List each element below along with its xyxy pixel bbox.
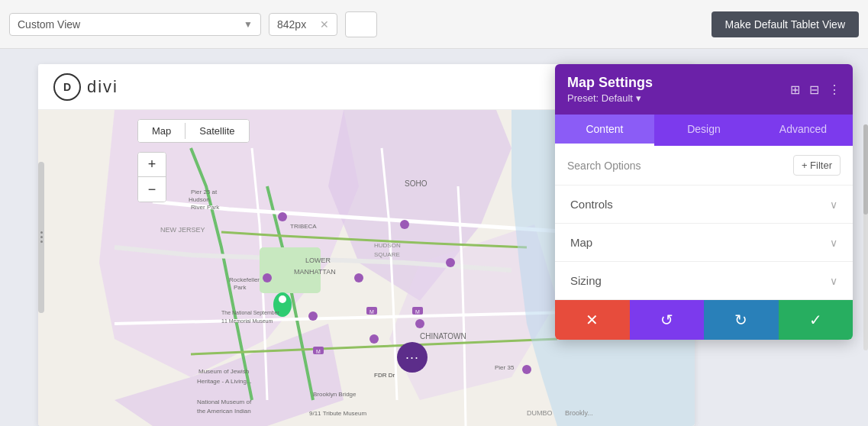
accordion-sizing-label: Sizing <box>570 274 602 287</box>
svg-text:9/11 Tribute Museum: 9/11 Tribute Museum <box>309 410 366 417</box>
accordion-sizing-header[interactable]: Sizing ∨ <box>555 262 853 299</box>
settings-panel: Map Settings Preset: Default ▾ ⊞ ⊟ ⋮ Con… <box>555 64 853 340</box>
accordion-map-arrow-icon: ∨ <box>830 237 837 249</box>
zoom-in-btn[interactable]: + <box>138 153 166 177</box>
filter-btn[interactable]: + Filter <box>793 155 841 176</box>
resize-handle[interactable] <box>38 162 44 313</box>
expand-icon[interactable]: ⊞ <box>790 82 800 97</box>
tab-content[interactable]: Content <box>555 115 654 146</box>
accordion-controls-header[interactable]: Controls ∨ <box>555 186 853 223</box>
tab-advanced[interactable]: Advanced <box>753 115 853 146</box>
svg-point-20 <box>415 319 424 328</box>
svg-point-23 <box>369 334 379 344</box>
svg-text:Brookly...: Brookly... <box>565 409 593 417</box>
accordion-controls: Controls ∨ <box>555 186 853 224</box>
satellite-tab[interactable]: Satellite <box>186 120 248 142</box>
tab-design[interactable]: Design <box>654 115 753 146</box>
extra-input-box[interactable] <box>345 11 377 37</box>
svg-text:Rockefeller: Rockefeller <box>229 276 260 283</box>
svg-text:SOHO: SOHO <box>405 179 428 188</box>
settings-preset[interactable]: Preset: Default ▾ <box>567 92 653 104</box>
resize-dot-1 <box>40 231 43 234</box>
svg-text:LOWER: LOWER <box>305 257 331 264</box>
resize-dot-3 <box>40 240 43 243</box>
accordion-map: Map ∨ <box>555 224 853 262</box>
action-bar: ✕ ↺ ↻ ✓ <box>555 300 853 340</box>
svg-text:The National September: The National September <box>221 310 280 316</box>
save-button[interactable]: ✓ <box>779 300 853 340</box>
cancel-button[interactable]: ✕ <box>555 300 630 340</box>
svg-text:Pier 35: Pier 35 <box>495 364 515 371</box>
svg-text:11 Memorial Museum: 11 Memorial Museum <box>221 318 273 324</box>
svg-text:River Park: River Park <box>191 204 220 211</box>
svg-point-25 <box>522 365 531 374</box>
divi-logo: D divi <box>53 73 118 101</box>
svg-point-27 <box>279 295 286 303</box>
svg-text:SQUARE: SQUARE <box>374 251 400 258</box>
settings-tabs: Content Design Advanced <box>555 115 853 146</box>
svg-text:TRIBECA: TRIBECA <box>290 223 317 230</box>
map-toggle: Map Satellite <box>137 119 250 143</box>
svg-text:M: M <box>316 349 321 354</box>
svg-text:Pier 25 at: Pier 25 at <box>191 189 218 195</box>
resize-dot-2 <box>40 236 43 238</box>
svg-text:DUMBO: DUMBO <box>527 409 553 417</box>
svg-text:Heritage - A Living...: Heritage - A Living... <box>197 378 252 385</box>
accordion-sizing-arrow-icon: ∨ <box>830 275 837 287</box>
logo-circle: D <box>53 73 81 101</box>
svg-text:Park: Park <box>234 284 247 291</box>
svg-text:Brooklyn Bridge: Brooklyn Bridge <box>313 391 357 398</box>
logo-text: divi <box>87 77 118 97</box>
settings-header-icons: ⊞ ⊟ ⋮ <box>790 82 841 97</box>
svg-text:M: M <box>415 309 420 315</box>
svg-point-17 <box>278 212 287 221</box>
main-area: D divi 🛒 🔍 <box>0 49 868 426</box>
view-select-arrow-icon: ▼ <box>244 19 253 30</box>
split-icon[interactable]: ⊟ <box>809 82 819 97</box>
accordion-map-label: Map <box>570 236 592 249</box>
svg-point-21 <box>446 258 455 267</box>
svg-text:Hudson: Hudson <box>189 196 210 203</box>
scrollbar-thumb[interactable] <box>863 124 868 215</box>
search-bar: Search Options + Filter <box>555 146 853 186</box>
svg-point-24 <box>263 273 272 282</box>
view-select-label: Custom View <box>18 18 80 31</box>
svg-text:the American Indian: the American Indian <box>197 408 251 415</box>
floating-menu-btn[interactable]: ··· <box>397 342 428 373</box>
zoom-controls: + − <box>137 152 166 202</box>
accordion-sizing: Sizing ∨ <box>555 262 853 300</box>
svg-text:National Museum of: National Museum of <box>197 399 252 405</box>
svg-text:HUDSON: HUDSON <box>374 242 401 249</box>
settings-header: Map Settings Preset: Default ▾ ⊞ ⊟ ⋮ <box>555 64 853 115</box>
map-tab[interactable]: Map <box>138 120 185 142</box>
scrollbar-track[interactable] <box>863 124 868 350</box>
svg-point-19 <box>400 220 409 229</box>
search-options-label[interactable]: Search Options <box>567 160 641 172</box>
width-close-icon[interactable]: ✕ <box>320 18 329 31</box>
svg-point-22 <box>308 311 318 321</box>
svg-text:FDR Dr: FDR Dr <box>374 372 395 379</box>
svg-text:Museum of Jewish: Museum of Jewish <box>198 368 249 375</box>
reset-button[interactable]: ↺ <box>630 300 705 340</box>
more-icon[interactable]: ⋮ <box>828 82 841 97</box>
accordion-controls-arrow-icon: ∨ <box>830 198 837 211</box>
width-input-group: 842px ✕ <box>269 13 337 36</box>
accordion-controls-label: Controls <box>570 198 613 211</box>
width-value[interactable]: 842px <box>277 18 315 31</box>
top-toolbar: Custom View ▼ 842px ✕ Make Default Table… <box>0 0 868 49</box>
make-default-btn[interactable]: Make Default Tablet View <box>712 11 859 37</box>
svg-text:CHINATOWN: CHINATOWN <box>420 332 466 340</box>
accordion-map-header[interactable]: Map ∨ <box>555 224 853 261</box>
logo-letter: D <box>63 81 71 93</box>
svg-text:MANHATTAN: MANHATTAN <box>294 268 336 276</box>
redo-button[interactable]: ↻ <box>704 300 779 340</box>
svg-text:M: M <box>369 309 374 315</box>
view-select[interactable]: Custom View ▼ <box>9 13 261 36</box>
settings-title: Map Settings <box>567 75 653 91</box>
zoom-out-btn[interactable]: − <box>138 177 166 202</box>
svg-text:NEW JERSEY: NEW JERSEY <box>160 226 205 234</box>
settings-title-group: Map Settings Preset: Default ▾ <box>567 75 653 104</box>
svg-point-18 <box>354 273 363 282</box>
